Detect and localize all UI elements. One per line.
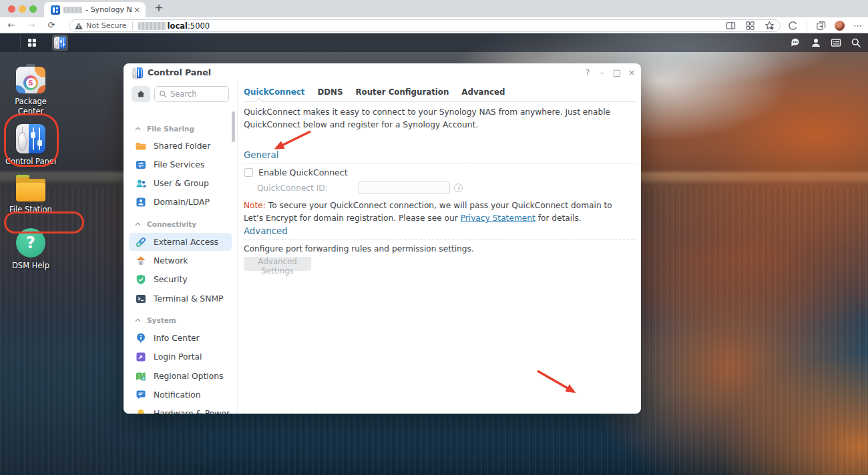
search-icon[interactable] bbox=[851, 37, 861, 48]
search-input[interactable] bbox=[170, 89, 217, 99]
minimize-button[interactable]: – bbox=[596, 63, 609, 82]
help-button[interactable]: ? bbox=[581, 63, 594, 82]
control-panel-window: Control Panel ? – □ × File Sharing Share… bbox=[124, 63, 641, 414]
enable-quickconnect-label: Enable QuickConnect bbox=[258, 167, 348, 177]
sidebar-item-terminal-snmp[interactable]: Terminal & SNMP bbox=[129, 290, 232, 308]
tab-title: - Synology NAS bbox=[85, 5, 132, 14]
note-paragraph: Note: To secure your QuickConnect connec… bbox=[244, 199, 612, 225]
url-host: local bbox=[168, 21, 188, 31]
question-mark-icon: ? bbox=[16, 228, 45, 258]
sidebar-item-hardware-power[interactable]: Hardware & Power bbox=[129, 404, 232, 414]
back-button[interactable]: ← bbox=[5, 19, 17, 31]
active-tab-caret bbox=[255, 97, 262, 105]
file-services-icon bbox=[135, 159, 147, 171]
profile-avatar[interactable] bbox=[835, 21, 845, 31]
sidebar-item-user-group[interactable]: User & Group bbox=[129, 174, 232, 192]
network-icon bbox=[135, 255, 147, 267]
forward-button[interactable]: → bbox=[25, 19, 37, 31]
user-options-icon[interactable] bbox=[811, 37, 821, 48]
lightbulb-icon bbox=[135, 408, 147, 414]
widgets-icon[interactable] bbox=[831, 37, 841, 48]
info-tooltip-icon[interactable]: i bbox=[454, 183, 463, 192]
section-divider bbox=[244, 163, 636, 163]
copilot-icon[interactable] bbox=[788, 21, 798, 31]
desktop-icon-control-panel[interactable]: Control Panel bbox=[0, 124, 61, 167]
privacy-statement-link[interactable]: Privacy Statement bbox=[461, 213, 535, 223]
close-button[interactable]: × bbox=[625, 63, 638, 82]
tab-quickconnect[interactable]: QuickConnect bbox=[244, 87, 305, 97]
sidebar-item-notification[interactable]: Notification bbox=[129, 386, 232, 404]
tab-divider bbox=[244, 101, 636, 102]
map-icon bbox=[135, 370, 147, 382]
sidebar-item-info-center[interactable]: Info Center bbox=[129, 329, 232, 347]
window-title: Control Panel bbox=[148, 63, 211, 82]
redacted-tab-text bbox=[63, 7, 82, 13]
control-panel-icon bbox=[16, 124, 45, 153]
maximize-button[interactable]: □ bbox=[610, 63, 624, 82]
quickconnect-id-input[interactable] bbox=[359, 181, 450, 194]
apps-grid-icon[interactable] bbox=[745, 21, 755, 31]
split-screen-icon[interactable] bbox=[726, 21, 736, 31]
favorites-star-icon[interactable] bbox=[765, 21, 775, 31]
desktop-icon-label: DSM Help bbox=[0, 261, 61, 271]
sidebar-item-security[interactable]: Security bbox=[129, 270, 232, 288]
external-access-icon bbox=[135, 236, 147, 248]
traffic-light-close[interactable] bbox=[8, 5, 15, 13]
browser-tab[interactable]: - Synology NAS × bbox=[44, 2, 146, 17]
redacted-hostname bbox=[138, 22, 166, 30]
quickconnect-description: QuickConnect makes it easy to connect to… bbox=[244, 106, 631, 132]
desktop-icon-package-center[interactable]: S Package Center bbox=[0, 64, 61, 117]
desktop-icon-dsm-help[interactable]: ? DSM Help bbox=[0, 228, 61, 271]
desktop-icon-label: Package Center bbox=[0, 97, 61, 117]
chevron-up-icon bbox=[135, 127, 141, 131]
traffic-light-zoom[interactable] bbox=[29, 5, 37, 13]
sidebar-section-system[interactable]: System bbox=[124, 312, 237, 328]
url-separator bbox=[132, 22, 133, 30]
security-label: Not Secure bbox=[86, 21, 127, 30]
sidebar-section-connectivity[interactable]: Connectivity bbox=[124, 216, 237, 232]
tab-close-icon[interactable]: × bbox=[132, 5, 142, 15]
section-divider bbox=[244, 239, 636, 240]
sidebar-section-file-sharing[interactable]: File Sharing bbox=[124, 121, 237, 137]
main-menu-button[interactable] bbox=[24, 35, 40, 51]
reload-button[interactable]: ⟳ bbox=[45, 19, 57, 31]
new-tab-button[interactable]: + bbox=[152, 1, 166, 14]
tab-router-configuration[interactable]: Router Configuration bbox=[355, 87, 449, 97]
note-label: Note: bbox=[244, 201, 266, 210]
folder-icon bbox=[135, 140, 147, 152]
desktop-icon-label: Control Panel bbox=[0, 157, 61, 167]
taskbar-control-panel-button[interactable] bbox=[52, 35, 68, 51]
desktop-icon-file-station[interactable]: File Station bbox=[0, 175, 61, 215]
domain-ldap-icon bbox=[135, 196, 147, 208]
browser-menu-icon[interactable]: ⋯ bbox=[853, 21, 863, 31]
toolbar-divider bbox=[807, 21, 807, 31]
sidebar-item-domain-ldap[interactable]: Domain/LDAP bbox=[129, 193, 232, 211]
page-tabs: QuickConnect DDNS Router Configuration A… bbox=[244, 87, 505, 97]
traffic-light-minimize[interactable] bbox=[19, 5, 26, 13]
dsm-favicon bbox=[51, 5, 60, 15]
window-titlebar[interactable]: Control Panel ? – □ × bbox=[124, 63, 641, 82]
sidebar-item-network[interactable]: Network bbox=[129, 252, 232, 270]
sidebar-search[interactable] bbox=[154, 86, 229, 102]
sidebar-item-regional-options[interactable]: Regional Options bbox=[129, 367, 232, 385]
advanced-settings-button[interactable]: Advanced Settings bbox=[244, 257, 311, 271]
enable-quickconnect-checkbox[interactable] bbox=[244, 168, 253, 177]
dsm-desktop: S Package Center Control Panel File Stat… bbox=[0, 33, 868, 475]
address-bar[interactable]: Not Secure local :5000 bbox=[69, 19, 781, 32]
notifications-icon[interactable] bbox=[791, 37, 801, 48]
home-button[interactable] bbox=[132, 86, 150, 102]
sidebar-item-file-services[interactable]: File Services bbox=[129, 155, 232, 173]
tab-advanced[interactable]: Advanced bbox=[461, 87, 505, 97]
user-group-icon bbox=[135, 177, 147, 189]
sidebar-item-login-portal[interactable]: Login Portal bbox=[129, 348, 232, 366]
notification-icon bbox=[135, 389, 147, 401]
tab-ddns[interactable]: DDNS bbox=[318, 87, 343, 97]
not-secure-warning-icon bbox=[75, 23, 83, 29]
sidebar-item-shared-folder[interactable]: Shared Folder bbox=[129, 137, 232, 155]
browser-tab-strip: - Synology NAS × + bbox=[0, 0, 868, 17]
sidebar-item-external-access[interactable]: External Access bbox=[129, 233, 232, 251]
collections-icon[interactable] bbox=[816, 21, 826, 31]
desktop-icon-label: File Station bbox=[0, 205, 61, 215]
control-panel-content: QuickConnect DDNS Router Configuration A… bbox=[237, 82, 641, 414]
home-icon bbox=[136, 89, 146, 99]
